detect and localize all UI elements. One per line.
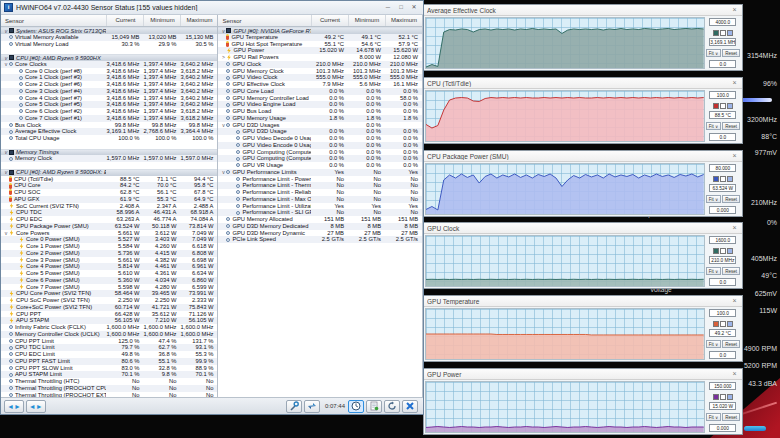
sensor-row[interactable]: CPU PPT66.428 W35.612 W71.126 W	[1, 311, 217, 318]
sensor-row[interactable]: GPU VR Usage0.0 %0.0 %0.0 %	[218, 162, 422, 169]
move-value-left-button[interactable]: ◄►	[4, 400, 24, 413]
sensor-row[interactable]: GPU Memory Usage1.8 %1.8 %1.8 %	[218, 115, 422, 122]
column-header-minimum[interactable]: Minimum	[348, 15, 385, 26]
sensor-row[interactable]: GPU D3D Memory Dynamic27 MB27 MB27 MB	[218, 230, 422, 237]
sensor-row[interactable]: Core 2 Clock (perf #6)3,418.6 MHz1,397.4…	[1, 81, 217, 88]
window-titlebar[interactable]: i HWiNFO64 v7.02-4430 Sensor Status [155…	[1, 1, 423, 15]
color-swatch-2[interactable]	[720, 103, 726, 109]
close-sensors-button[interactable]	[402, 400, 418, 413]
column-header-sensor[interactable]: Sensor	[1, 18, 106, 24]
sensor-row[interactable]: GPU D3D Usage0.0 %0.0 %0.0 %	[218, 128, 422, 135]
reset-button[interactable]: Reset	[722, 267, 740, 275]
color-swatch-3[interactable]	[727, 176, 733, 182]
sensor-row[interactable]: Performance Limit - UtilizationYesYesYes	[218, 203, 422, 210]
color-swatch-1[interactable]	[713, 30, 719, 36]
sensor-row[interactable]: >GPU Rail Powers8.000 W12.080 W	[218, 54, 422, 61]
graph-close-icon[interactable]: ×	[730, 297, 739, 306]
reset-button[interactable]: Reset	[722, 122, 740, 130]
graph-panel-titlebar[interactable]: CPU Package Power (SMU)×	[424, 151, 742, 162]
sensor-row[interactable]: CPU Package Power (SMU)63.524 W50.118 W7…	[1, 223, 217, 230]
sensor-row[interactable]: GPU Memory Clock101.3 MHz101.3 MHz101.3 …	[218, 68, 422, 75]
sensor-group-row[interactable]: vMemory Timings	[1, 149, 217, 156]
sensor-row[interactable]: Core 1 Clock (perf #3)3,418.6 MHz1,397.4…	[1, 74, 217, 81]
sensor-row[interactable]: Core 2 Power (SMU)5.736 W4.415 W6.808 W	[1, 250, 217, 257]
sensor-row[interactable]: vGPU D3D Usages0.0 %	[218, 122, 422, 129]
sensor-row[interactable]: CPU (Tctl/Tdie)88.5 °C71.1 °C94.4 °C	[1, 176, 217, 183]
color-swatch-2[interactable]	[720, 30, 726, 36]
sensor-row[interactable]: Memory Clock1,597.0 MHz1,597.0 MHz1,597.…	[1, 155, 217, 162]
reset-button[interactable]: Reset	[722, 49, 740, 57]
sensor-group-row[interactable]: vGPU [#0]: NVIDIA GeForce RTX 3070 Mobi.…	[218, 27, 422, 34]
sensor-row[interactable]: Core 5 Clock (perf #5)3,418.6 MHz1,397.4…	[1, 101, 217, 108]
configure-sensors-button[interactable]	[286, 400, 302, 413]
graph-panel-titlebar[interactable]: GPU Power×	[424, 369, 742, 380]
sensor-row[interactable]: Infinity Fabric Clock (FCLK)1,600.0 MHz1…	[1, 324, 217, 331]
sensor-row[interactable]: GPU Clock210.0 MHz210.0 MHz210.0 MHz	[218, 61, 422, 68]
sensor-row[interactable]: Performance Limit - Reliability VoltageN…	[218, 189, 422, 196]
sensor-row[interactable]: CPU SoC Power (SVI2 TFN)2.250 W2.250 W2.…	[1, 297, 217, 304]
sensor-row[interactable]: CPU Core84.2 °C70.0 °C95.8 °C	[1, 182, 217, 189]
sensor-row[interactable]: GPU Power15.020 W14.678 W15.620 W	[218, 47, 422, 54]
sensor-row[interactable]: Memory Controller Clock (UCLK)1,600.0 MH…	[1, 331, 217, 338]
maximize-button[interactable]: □	[395, 3, 407, 13]
sensor-row[interactable]: vGPU Performance LimitsYesNoYes	[218, 169, 422, 176]
sensor-row[interactable]: Core+SoC Power (SVI2 TFN)60.714 W41.721 …	[1, 304, 217, 311]
report-button[interactable]	[366, 400, 382, 413]
color-swatch-2[interactable]	[720, 321, 726, 327]
move-value-right-button[interactable]: ◄►	[26, 400, 46, 413]
sensor-row[interactable]: Virtual Memory Load30.3 %29.9 %30.5 %	[1, 41, 217, 48]
sensor-row[interactable]: GPU Video Clock555.0 MHz555.0 MHz555.0 M…	[218, 74, 422, 81]
column-header-maximum[interactable]: Maximum	[385, 15, 422, 26]
graph-close-icon[interactable]: ×	[730, 79, 739, 88]
sensor-row[interactable]: Core 3 Power (SMU)5.661 W4.382 W6.698 W	[1, 257, 217, 264]
sensor-row[interactable]: Core 5 Power (SMU)5.610 W4.361 W6.634 W	[1, 270, 217, 277]
sensor-row[interactable]: GPU Effective Clock7.9 MHz5.6 MHz16.1 MH…	[218, 81, 422, 88]
sensor-row[interactable]: GPU Video Engine Load0.0 %0.0 %0.0 %	[218, 101, 422, 108]
sensor-row[interactable]: Core 7 Clock (perf #1)3,418.6 MHz1,397.4…	[1, 115, 217, 122]
graph-close-icon[interactable]: ×	[730, 224, 739, 233]
sensor-row[interactable]: CPU Core Power (SVI2 TFN)58.464 W39.465 …	[1, 290, 217, 297]
color-swatch-3[interactable]	[727, 248, 733, 254]
fit-button[interactable]: Fit ∨	[706, 267, 722, 275]
reset-minmax-button[interactable]	[384, 400, 400, 413]
sensor-row[interactable]: CPU SOC62.8 °C56.1 °C67.8 °C	[1, 189, 217, 196]
sensor-row[interactable]: Total CPU Usage100.0 %100.0 %100.0 %	[1, 135, 217, 142]
sensor-row[interactable]: GPU Memory Controller Load0.0 %0.0 %58.0…	[218, 95, 422, 102]
sensor-row[interactable]: Performance Limit - SLI GPUBoost SyncNoN…	[218, 209, 422, 216]
sensor-row[interactable]: CPU TDC58.996 A46.431 A68.918 A	[1, 209, 217, 216]
sensor-row[interactable]: Core 6 Clock (perf #2)3,418.6 MHz1,397.4…	[1, 108, 217, 115]
sensor-group-row[interactable]: vCPU [#0]: AMD Ryzen 9 5900HX: Enhanced	[1, 169, 217, 176]
fit-button[interactable]: Fit ∨	[706, 49, 722, 57]
sensor-row[interactable]: GPU Memory Allocated151 MB151 MB151 MB	[218, 216, 422, 223]
sensor-row[interactable]: CPU PPT Limit125.0 %47.4 %131.7 %	[1, 338, 217, 345]
color-swatch-1[interactable]	[713, 394, 719, 400]
graph-panel-titlebar[interactable]: CPU (Tctl/Tdie)×	[424, 78, 742, 89]
sensor-row[interactable]: GPU Hot Spot Temperature55.1 °C54.6 °C57…	[218, 41, 422, 48]
sensor-row[interactable]: CPU PPT SLOW Limit83.0 %32.8 %88.9 %	[1, 365, 217, 372]
color-swatch-3[interactable]	[727, 321, 733, 327]
expander-icon[interactable]: >	[220, 54, 226, 61]
graph-panel-titlebar[interactable]: Average Effective Clock×	[424, 5, 742, 16]
sensor-row[interactable]: Bus Clock99.8 MHz99.8 MHz99.8 MHz	[1, 122, 217, 129]
sensor-row[interactable]: vCore Clocks3,418.6 MHz1,397.4 MHz3,640.…	[1, 61, 217, 68]
color-swatch-1[interactable]	[713, 321, 719, 327]
minimize-button[interactable]: ─	[382, 3, 394, 13]
sensor-row[interactable]: SoC Current (SVI2 TFN)2.408 A2.347 A2.48…	[1, 203, 217, 210]
sensor-row[interactable]: Core 3 Clock (perf #4)3,418.6 MHz1,397.4…	[1, 88, 217, 95]
color-swatch-2[interactable]	[720, 248, 726, 254]
fit-button[interactable]: Fit ∨	[706, 195, 722, 203]
sensor-row[interactable]: CPU TDC Limit79.7 %62.7 %93.1 %	[1, 344, 217, 351]
color-swatch-2[interactable]	[720, 176, 726, 182]
sensor-row[interactable]: GPU Temperature49.2 °C49.1 °C52.1 °C	[218, 34, 422, 41]
reset-button[interactable]: Reset	[722, 413, 740, 421]
column-header-maximum[interactable]: Maximum	[180, 15, 217, 26]
sensor-row[interactable]: APU STAPM Limit70.1 %9.8 %70.1 %	[1, 371, 217, 378]
sensor-row[interactable]: Core 0 Power (SMU)5.527 W3.403 W7.049 W	[1, 236, 217, 243]
column-header-current[interactable]: Current	[106, 15, 143, 26]
sensor-row[interactable]: Core 1 Power (SMU)5.584 W4.260 W6.618 W	[1, 243, 217, 250]
color-swatch-1[interactable]	[713, 176, 719, 182]
color-swatch-2[interactable]	[720, 394, 726, 400]
color-swatch-3[interactable]	[727, 30, 733, 36]
color-swatch-1[interactable]	[713, 248, 719, 254]
sensor-row[interactable]: Core 0 Clock (perf #8)3,418.6 MHz1,397.4…	[1, 68, 217, 75]
